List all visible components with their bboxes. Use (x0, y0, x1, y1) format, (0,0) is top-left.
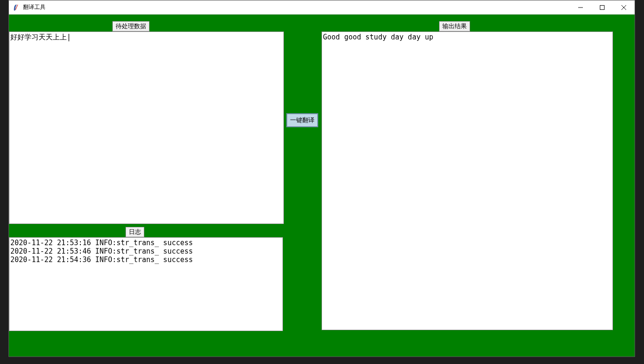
app-window: 翻译工具 待处理数据 日志 2020-11-22 21:53:16 INFO:s… (8, 0, 635, 357)
log-textarea[interactable]: 2020-11-22 21:53:16 INFO:str_trans_ succ… (9, 237, 283, 331)
minimize-button[interactable] (570, 0, 591, 15)
window-title: 翻译工具 (23, 3, 46, 11)
translate-button[interactable]: 一键翻译 (286, 113, 318, 127)
output-textarea[interactable] (322, 31, 613, 330)
input-textarea[interactable] (9, 31, 284, 224)
titlebar[interactable]: 翻译工具 (9, 0, 635, 15)
output-section-label: 输出结果 (439, 21, 470, 31)
client-area: 待处理数据 日志 2020-11-22 21:53:16 INFO:str_tr… (9, 15, 635, 356)
app-icon (13, 4, 20, 11)
svg-rect-1 (600, 5, 605, 9)
log-section-label: 日志 (126, 227, 144, 237)
maximize-button[interactable] (591, 0, 613, 15)
input-section-label: 待处理数据 (112, 21, 149, 31)
close-button[interactable] (613, 0, 635, 15)
